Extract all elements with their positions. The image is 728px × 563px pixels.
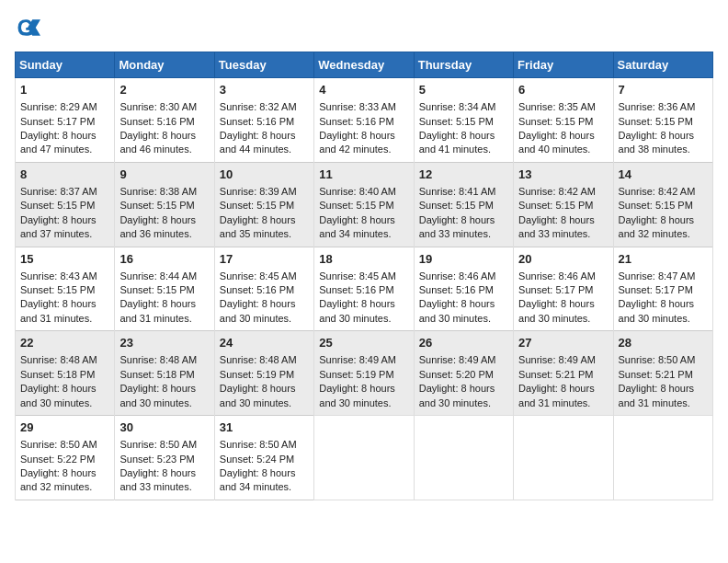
calendar-cell: 8Sunrise: 8:37 AMSunset: 5:15 PMDaylight… (16, 162, 115, 247)
sunset-text: Sunset: 5:15 PM (518, 115, 608, 129)
sunset-text: Sunset: 5:23 PM (119, 453, 209, 466)
sunrise-text: Sunrise: 8:35 AM (518, 100, 608, 114)
sunrise-text: Sunrise: 8:45 AM (220, 270, 309, 283)
daylight-text: Daylight: 8 hours and 31 minutes. (619, 382, 708, 410)
calendar-cell: 3Sunrise: 8:32 AMSunset: 5:16 PMDaylight… (214, 78, 313, 163)
sunset-text: Sunset: 5:19 PM (220, 368, 309, 382)
sunrise-text: Sunrise: 8:49 AM (319, 353, 408, 367)
calendar-cell: 22Sunrise: 8:48 AMSunset: 5:18 PMDayligh… (16, 331, 115, 416)
sunrise-text: Sunrise: 8:50 AM (619, 353, 708, 367)
calendar-cell: 29Sunrise: 8:50 AMSunset: 5:22 PMDayligh… (16, 416, 115, 500)
day-number: 27 (518, 335, 608, 351)
calendar-cell: 1Sunrise: 8:29 AMSunset: 5:17 PMDaylight… (16, 78, 115, 163)
day-number: 3 (220, 82, 309, 98)
daylight-text: Daylight: 8 hours and 31 minutes. (20, 297, 109, 326)
calendar-cell: 10Sunrise: 8:39 AMSunset: 5:15 PMDayligh… (214, 162, 313, 247)
column-header-thursday: Thursday (414, 52, 513, 78)
daylight-text: Daylight: 8 hours and 30 minutes. (119, 382, 209, 410)
sunrise-text: Sunrise: 8:39 AM (220, 185, 309, 199)
calendar-cell (613, 416, 712, 500)
sunset-text: Sunset: 5:15 PM (518, 199, 608, 213)
daylight-text: Daylight: 8 hours and 30 minutes. (220, 297, 309, 326)
sunset-text: Sunset: 5:15 PM (20, 283, 109, 297)
sunset-text: Sunset: 5:16 PM (319, 115, 408, 129)
day-number: 13 (518, 167, 608, 183)
day-number: 21 (619, 251, 708, 268)
calendar-cell: 6Sunrise: 8:35 AMSunset: 5:15 PMDaylight… (514, 78, 613, 163)
calendar-cell: 28Sunrise: 8:50 AMSunset: 5:21 PMDayligh… (613, 331, 712, 416)
sunset-text: Sunset: 5:16 PM (220, 115, 309, 129)
daylight-text: Daylight: 8 hours and 30 minutes. (220, 382, 309, 410)
sunrise-text: Sunrise: 8:49 AM (419, 353, 508, 367)
daylight-text: Daylight: 8 hours and 30 minutes. (319, 297, 408, 326)
sunrise-text: Sunrise: 8:49 AM (518, 353, 608, 367)
column-header-saturday: Saturday (613, 52, 712, 78)
day-number: 22 (20, 335, 109, 351)
day-number: 15 (20, 251, 109, 268)
sunset-text: Sunset: 5:16 PM (319, 283, 408, 297)
calendar-cell: 27Sunrise: 8:49 AMSunset: 5:21 PMDayligh… (514, 331, 613, 416)
calendar-cell: 20Sunrise: 8:46 AMSunset: 5:17 PMDayligh… (514, 247, 613, 331)
daylight-text: Daylight: 8 hours and 30 minutes. (419, 382, 508, 410)
sunset-text: Sunset: 5:16 PM (119, 115, 209, 129)
day-number: 9 (119, 167, 209, 183)
calendar-cell: 15Sunrise: 8:43 AMSunset: 5:15 PMDayligh… (16, 247, 115, 331)
sunset-text: Sunset: 5:15 PM (119, 283, 209, 297)
sunset-text: Sunset: 5:15 PM (119, 199, 209, 213)
daylight-text: Daylight: 8 hours and 34 minutes. (319, 213, 408, 242)
header (15, 15, 713, 40)
calendar-cell: 5Sunrise: 8:34 AMSunset: 5:15 PMDaylight… (414, 78, 513, 163)
daylight-text: Daylight: 8 hours and 33 minutes. (518, 213, 608, 242)
sunrise-text: Sunrise: 8:40 AM (319, 185, 408, 199)
daylight-text: Daylight: 8 hours and 38 minutes. (619, 129, 708, 157)
sunrise-text: Sunrise: 8:48 AM (20, 353, 109, 367)
sunset-text: Sunset: 5:24 PM (220, 453, 309, 466)
column-header-sunday: Sunday (16, 52, 115, 78)
day-number: 19 (419, 251, 508, 268)
calendar-cell (414, 416, 513, 500)
day-number: 10 (220, 167, 309, 183)
sunset-text: Sunset: 5:19 PM (319, 368, 408, 382)
daylight-text: Daylight: 8 hours and 37 minutes. (20, 213, 109, 242)
day-number: 8 (20, 167, 109, 183)
day-number: 6 (518, 82, 608, 98)
daylight-text: Daylight: 8 hours and 32 minutes. (20, 466, 109, 495)
sunrise-text: Sunrise: 8:44 AM (119, 270, 209, 283)
calendar-cell: 13Sunrise: 8:42 AMSunset: 5:15 PMDayligh… (514, 162, 613, 247)
calendar-week-row: 1Sunrise: 8:29 AMSunset: 5:17 PMDaylight… (16, 78, 713, 163)
calendar-cell (514, 416, 613, 500)
sunrise-text: Sunrise: 8:34 AM (419, 100, 508, 114)
sunset-text: Sunset: 5:16 PM (419, 283, 508, 297)
calendar-cell: 31Sunrise: 8:50 AMSunset: 5:24 PMDayligh… (214, 416, 313, 500)
sunrise-text: Sunrise: 8:50 AM (220, 438, 309, 452)
sunrise-text: Sunrise: 8:45 AM (319, 270, 408, 283)
calendar-cell: 25Sunrise: 8:49 AMSunset: 5:19 PMDayligh… (314, 331, 414, 416)
sunrise-text: Sunrise: 8:50 AM (119, 438, 209, 452)
calendar-cell: 2Sunrise: 8:30 AMSunset: 5:16 PMDaylight… (115, 78, 214, 163)
sunrise-text: Sunrise: 8:50 AM (20, 438, 109, 452)
sunrise-text: Sunrise: 8:29 AM (20, 100, 109, 114)
sunset-text: Sunset: 5:17 PM (20, 115, 109, 129)
sunrise-text: Sunrise: 8:36 AM (619, 100, 708, 114)
day-number: 30 (119, 419, 209, 436)
sunrise-text: Sunrise: 8:47 AM (619, 270, 708, 283)
calendar-cell: 4Sunrise: 8:33 AMSunset: 5:16 PMDaylight… (314, 78, 414, 163)
day-number: 11 (319, 167, 408, 183)
column-header-monday: Monday (115, 52, 214, 78)
daylight-text: Daylight: 8 hours and 34 minutes. (220, 466, 309, 495)
day-number: 1 (20, 82, 109, 98)
daylight-text: Daylight: 8 hours and 44 minutes. (220, 129, 309, 157)
day-number: 23 (119, 335, 209, 351)
calendar-cell: 19Sunrise: 8:46 AMSunset: 5:16 PMDayligh… (414, 247, 513, 331)
day-number: 16 (119, 251, 209, 268)
sunset-text: Sunset: 5:15 PM (319, 199, 408, 213)
column-header-friday: Friday (514, 52, 613, 78)
day-number: 5 (419, 82, 508, 98)
sunrise-text: Sunrise: 8:32 AM (220, 100, 309, 114)
sunrise-text: Sunrise: 8:41 AM (419, 185, 508, 199)
calendar-table: SundayMondayTuesdayWednesdayThursdayFrid… (15, 52, 713, 500)
calendar-cell: 14Sunrise: 8:42 AMSunset: 5:15 PMDayligh… (613, 162, 712, 247)
daylight-text: Daylight: 8 hours and 33 minutes. (119, 466, 209, 495)
sunrise-text: Sunrise: 8:42 AM (518, 185, 608, 199)
calendar-header-row: SundayMondayTuesdayWednesdayThursdayFrid… (16, 52, 713, 78)
